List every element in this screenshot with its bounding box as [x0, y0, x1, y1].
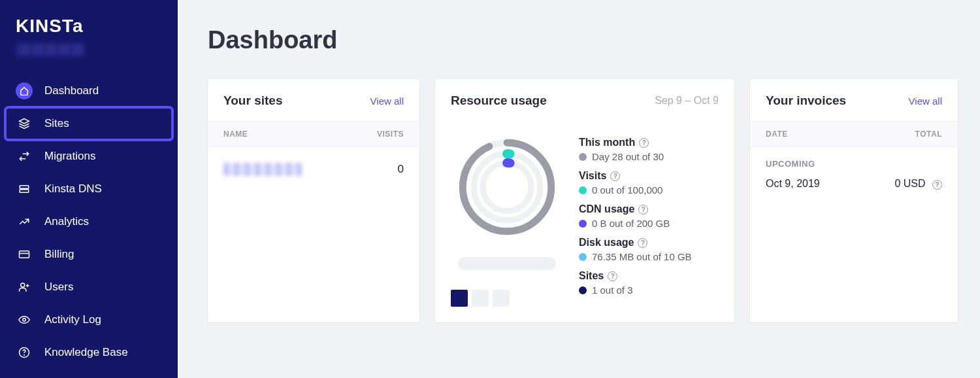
stat-label: Sites	[579, 270, 604, 282]
sidebar-item-label: Knowledge Base	[44, 346, 128, 359]
col-total: TOTAL	[915, 129, 942, 139]
site-tile-used	[451, 290, 468, 307]
sites-card: Your sites View all NAME VISITS 0	[208, 79, 419, 322]
invoice-row: Oct 9, 2019 0 USD ?	[766, 178, 942, 190]
gauge-column	[451, 137, 563, 307]
sidebar-item-label: Kinsta DNS	[44, 182, 102, 196]
billing-icon	[16, 246, 33, 263]
main: Dashboard Your sites View all NAME VISIT…	[178, 0, 980, 378]
stat-label: Disk usage	[579, 237, 634, 249]
invoices-card-title: Your invoices	[766, 94, 846, 108]
account-name-blurred	[16, 43, 85, 56]
stat-cdn: CDN usage? 0 B out of 200 GB	[579, 203, 719, 229]
sidebar-item-label: Billing	[44, 248, 74, 261]
invoices-table-header: DATE TOTAL	[750, 121, 958, 147]
resource-body: This month? Day 28 out of 30 Visits? 0 o…	[435, 121, 734, 322]
sidebar-item-label: Migrations	[44, 150, 95, 163]
svg-point-5	[21, 283, 25, 287]
invoice-total: 0 USD	[894, 178, 925, 189]
invoice-date: Oct 9, 2019	[766, 178, 820, 190]
sidebar-item-analytics[interactable]: Analytics	[7, 207, 171, 237]
sidebar: KINSTa Dashboard Sites Migrations Kins	[0, 0, 178, 378]
stat-disk: Disk usage? 76.35 MB out of 10 GB	[579, 237, 719, 262]
sidebar-item-dns[interactable]: Kinsta DNS	[7, 174, 171, 204]
sidebar-item-label: Dashboard	[44, 84, 99, 97]
stat-value: 76.35 MB out of 10 GB	[592, 251, 692, 262]
analytics-icon	[16, 213, 33, 230]
site-visits-value: 0	[398, 163, 404, 176]
sidebar-nav: Dashboard Sites Migrations Kinsta DNS An…	[0, 76, 178, 368]
stat-label: This month	[579, 137, 635, 148]
svg-point-15	[483, 163, 531, 211]
help-icon[interactable]: ?	[638, 205, 648, 215]
help-icon[interactable]: ?	[610, 171, 620, 181]
dot-violet	[579, 220, 587, 228]
stat-month: This month? Day 28 out of 30	[579, 137, 719, 162]
svg-rect-3	[20, 251, 29, 258]
col-visits: VISITS	[377, 129, 404, 139]
sidebar-item-dashboard[interactable]: Dashboard	[7, 76, 171, 106]
sidebar-item-activity[interactable]: Activity Log	[7, 305, 171, 335]
help-icon[interactable]: ?	[608, 271, 617, 281]
site-row[interactable]: 0	[208, 147, 419, 192]
dot-navy	[579, 286, 587, 294]
svg-point-8	[23, 318, 26, 322]
users-icon	[16, 279, 33, 296]
help-icon	[16, 344, 33, 361]
stat-sites: Sites? 1 out of 3	[579, 270, 719, 296]
sidebar-item-label: Activity Log	[44, 313, 101, 326]
help-icon[interactable]: ?	[638, 238, 647, 248]
svg-rect-1	[20, 186, 29, 189]
sites-card-header: Your sites View all	[208, 79, 419, 121]
layers-icon	[16, 115, 33, 132]
sites-table-header: NAME VISITS	[208, 121, 419, 147]
brand-logo: KINSTa	[16, 16, 162, 37]
sidebar-item-label: Users	[44, 281, 73, 294]
invoices-card: Your invoices View all DATE TOTAL UPCOMI…	[750, 79, 958, 322]
stat-visits: Visits? 0 out of 100,000	[579, 170, 719, 196]
cards-row: Your sites View all NAME VISITS 0 Resour…	[208, 79, 950, 322]
site-tile-empty	[472, 290, 489, 307]
sidebar-item-users[interactable]: Users	[7, 272, 171, 302]
site-name-blurred	[223, 163, 302, 176]
sidebar-item-billing[interactable]: Billing	[7, 239, 171, 269]
stat-label: CDN usage	[579, 203, 634, 215]
svg-rect-2	[20, 190, 29, 193]
stats-list: This month? Day 28 out of 30 Visits? 0 o…	[579, 137, 719, 307]
page-title: Dashboard	[208, 26, 950, 54]
resource-card-header: Resource usage Sep 9 – Oct 9	[435, 79, 734, 121]
migrations-icon	[16, 148, 33, 165]
sidebar-item-migrations[interactable]: Migrations	[7, 141, 171, 171]
dns-icon	[16, 180, 33, 198]
resource-card: Resource usage Sep 9 – Oct 9	[435, 79, 734, 322]
svg-marker-0	[20, 119, 29, 124]
invoices-body: UPCOMING Oct 9, 2019 0 USD ?	[750, 147, 958, 201]
stat-value: 0 B out of 200 GB	[592, 218, 670, 229]
col-name: NAME	[223, 129, 248, 139]
dot-teal	[579, 186, 587, 194]
sidebar-item-label: Sites	[44, 117, 69, 130]
svg-point-10	[24, 354, 25, 355]
site-tile-empty	[493, 290, 510, 307]
disk-progress-bar	[458, 257, 556, 270]
dot-sky	[579, 253, 587, 261]
stat-value: 0 out of 100,000	[592, 184, 662, 196]
resource-card-title: Resource usage	[451, 94, 547, 108]
usage-gauge	[457, 137, 557, 237]
brand: KINSTa	[0, 16, 178, 61]
sidebar-item-kb[interactable]: Knowledge Base	[7, 337, 171, 368]
eye-icon	[16, 311, 33, 328]
sites-view-all-link[interactable]: View all	[370, 95, 404, 107]
resource-date-range: Sep 9 – Oct 9	[655, 95, 719, 107]
upcoming-label: UPCOMING	[766, 159, 942, 169]
stat-value: 1 out of 3	[592, 284, 633, 296]
home-icon	[16, 82, 33, 99]
sites-tiles	[451, 290, 510, 307]
sites-card-title: Your sites	[223, 94, 282, 108]
stat-value: Day 28 out of 30	[592, 151, 664, 162]
sidebar-item-sites[interactable]: Sites	[7, 109, 171, 139]
help-icon[interactable]: ?	[639, 138, 649, 148]
col-date: DATE	[766, 129, 788, 139]
help-icon[interactable]: ?	[932, 180, 942, 190]
invoices-view-all-link[interactable]: View all	[909, 95, 942, 107]
